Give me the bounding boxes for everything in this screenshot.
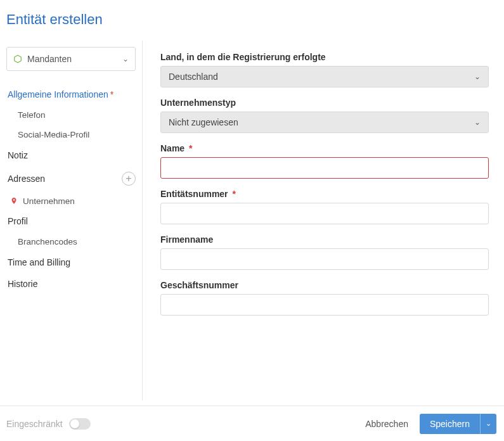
label-country: Land, in dem die Registrierung erfolgte	[160, 52, 489, 62]
chevron-down-icon: ⌄	[474, 118, 481, 127]
nav-sub-telefon[interactable]: Telefon	[6, 105, 136, 125]
select-company-type-value: Nicht zugewiesen	[169, 117, 474, 127]
cancel-button[interactable]: Abbrechen	[365, 419, 408, 429]
nav-item-notiz[interactable]: Notiz	[6, 144, 136, 166]
nav-item-general[interactable]: Allgemeine Informationen*	[6, 84, 136, 105]
select-country-value: Deutschland	[169, 72, 474, 82]
footer: Eingeschränkt Abbrechen Speichern ⌄	[0, 406, 504, 441]
nav-sub-branchen[interactable]: Branchencodes	[6, 232, 136, 252]
required-star: *	[232, 189, 235, 199]
page-title: Entität erstellen	[0, 0, 504, 41]
nav-sub-social[interactable]: Social-Media-Profil	[6, 125, 136, 144]
save-button[interactable]: Speichern	[420, 414, 480, 434]
select-country[interactable]: Deutschland ⌄	[160, 66, 489, 87]
input-firm-name[interactable]	[160, 248, 489, 270]
label-business-number: Geschäftsnummer	[160, 280, 489, 290]
input-name[interactable]	[160, 157, 489, 179]
required-star: *	[110, 89, 113, 99]
restricted-label: Eingeschränkt	[6, 419, 63, 429]
nav-label: Allgemeine Informationen	[8, 89, 108, 99]
svg-marker-0	[15, 55, 22, 63]
input-entity-number[interactable]	[160, 203, 489, 224]
nav-item-profil[interactable]: Profil	[6, 210, 136, 232]
nav-sub-label: Unternehmen	[23, 196, 75, 206]
select-company-type[interactable]: Nicht zugewiesen ⌄	[160, 112, 489, 133]
label-firm-name: Firmenname	[160, 234, 489, 245]
nav-item-time-billing[interactable]: Time and Billing	[6, 252, 136, 273]
sidebar: Mandanten ⌄ Allgemeine Informationen* Te…	[0, 41, 143, 400]
nav-sub-unternehmen[interactable]: Unternehmen	[6, 191, 136, 210]
pin-icon	[10, 196, 18, 206]
chevron-down-icon: ⌄	[474, 72, 481, 81]
required-star: *	[189, 143, 192, 153]
nav-item-historie[interactable]: Historie	[6, 273, 136, 295]
mandanten-label: Mandanten	[27, 54, 122, 64]
toggle-knob	[70, 419, 79, 428]
svg-point-1	[13, 199, 15, 201]
main-form: Land, in dem die Registrierung erfolgte …	[143, 41, 504, 400]
hexagon-icon	[13, 54, 22, 63]
save-dropdown-button[interactable]: ⌄	[480, 414, 496, 434]
mandanten-select[interactable]: Mandanten ⌄	[6, 47, 136, 71]
label-entity-number: Entitätsnummer *	[160, 189, 489, 199]
input-business-number[interactable]	[160, 294, 489, 316]
label-name: Name *	[160, 143, 489, 153]
add-address-button[interactable]: +	[122, 172, 136, 186]
chevron-down-icon: ⌄	[486, 419, 491, 428]
nav-item-adressen[interactable]: Adressen	[8, 174, 45, 184]
label-company-type: Unternehmenstyp	[160, 98, 489, 108]
restricted-toggle[interactable]	[69, 418, 91, 430]
chevron-down-icon: ⌄	[122, 54, 129, 63]
